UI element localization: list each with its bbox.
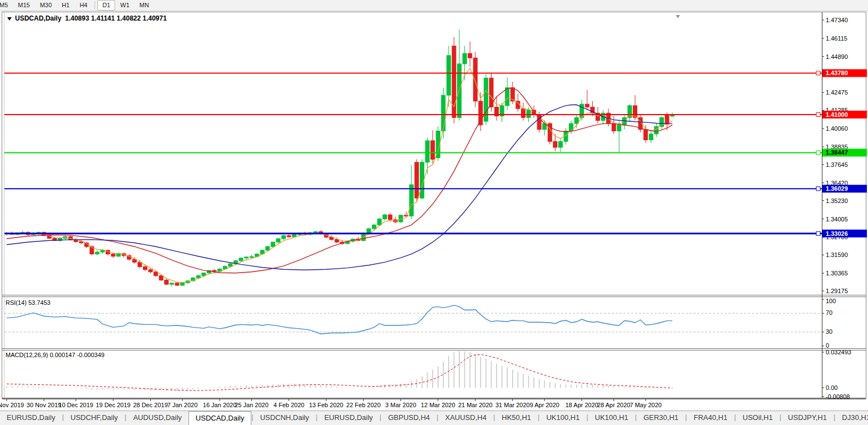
svg-text:7 May 2020: 7 May 2020 <box>629 402 661 408</box>
svg-text:70: 70 <box>826 309 832 316</box>
macd-indicator-label: MACD(12,26,9) 0.000147 -0.000349 <box>6 352 105 358</box>
chart-tab-usdjpy-h1[interactable]: USDJPY,H1 <box>781 411 834 425</box>
svg-text:31 Mar 2020: 31 Mar 2020 <box>495 402 530 408</box>
svg-text:1.40060: 1.40060 <box>826 125 848 132</box>
svg-text:22 Feb 2020: 22 Feb 2020 <box>346 402 381 408</box>
chart-tab-usdcnh-daily[interactable]: USDCNH,Daily <box>254 411 316 425</box>
chart-tab-fra40-h1[interactable]: FRA40,H1 <box>687 411 734 425</box>
chart-title-text: USDCAD,Daily 1.40893 1.41141 1.40822 1.4… <box>15 14 167 22</box>
chart-tab-usoil-h1[interactable]: USOil,H1 <box>736 411 780 425</box>
chart-tab-dj30-h1[interactable]: DJ30,H1 <box>835 411 868 425</box>
svg-text:1.30365: 1.30365 <box>826 270 848 276</box>
date-axis: 21 Nov 201930 Nov 201910 Dec 201919 Dec … <box>0 399 662 408</box>
svg-text:1.44890: 1.44890 <box>826 53 848 60</box>
chart-title: USDCAD,Daily 1.40893 1.41141 1.40822 1.4… <box>7 14 167 22</box>
svg-text:28 Apr 2020: 28 Apr 2020 <box>597 402 630 408</box>
svg-text:1.47340: 1.47340 <box>826 17 848 23</box>
chart-tab-gbpusd-h4[interactable]: GBPUSD,H4 <box>381 411 437 425</box>
chart-tab-uk100-h1[interactable]: UK100,H1 <box>539 411 586 425</box>
chart-tab-ger30-h1[interactable]: GER30,H1 <box>637 411 685 425</box>
svg-text:7 Jan 2020: 7 Jan 2020 <box>167 402 197 408</box>
chart-tab-audusd-daily[interactable]: AUDUSD,Daily <box>126 411 188 425</box>
svg-text:18 Apr 2020: 18 Apr 2020 <box>566 402 598 408</box>
svg-text:21 Mar 2020: 21 Mar 2020 <box>458 402 493 408</box>
svg-text:1.31590: 1.31590 <box>826 251 848 258</box>
chart-tab-bar: EURUSD,Daily|USDCHF,Daily|AUDUSD,DailyUS… <box>0 411 868 425</box>
svg-text:100: 100 <box>826 298 836 304</box>
svg-text:30 Nov 2019: 30 Nov 2019 <box>27 402 61 408</box>
svg-text:-0.00808: -0.00808 <box>826 393 850 400</box>
chart-tab-usdchf-daily[interactable]: USDCHF,Daily <box>64 411 125 425</box>
svg-text:1.46115: 1.46115 <box>826 35 847 42</box>
svg-text:1.41000: 1.41000 <box>826 111 848 118</box>
chart-tab-hk50-h1[interactable]: HK50,H1 <box>495 411 538 425</box>
svg-text:1.42475: 1.42475 <box>826 89 848 96</box>
svg-text:30: 30 <box>826 328 832 335</box>
svg-text:1.36029: 1.36029 <box>826 185 848 192</box>
mt4-window: { "toolbar": { "timeframes": ["M5","M15"… <box>0 0 868 425</box>
rsi-indicator-label: RSI(14) 53.7453 <box>6 299 51 306</box>
svg-text:1.38447: 1.38447 <box>826 149 848 156</box>
svg-text:0: 0 <box>826 342 829 349</box>
chart-menu-arrow-icon <box>7 17 12 21</box>
svg-text:1.34005: 1.34005 <box>826 216 848 223</box>
svg-text:28 Dec 2019: 28 Dec 2019 <box>133 402 167 408</box>
svg-text:21 Nov 2019: 21 Nov 2019 <box>0 402 24 408</box>
chart-tab-uk100-h1[interactable]: UK100,H1 <box>588 411 635 425</box>
chart-canvas[interactable]: 1.473401.461151.448901.424751.412851.400… <box>0 0 868 412</box>
svg-text:25 Jan 2020: 25 Jan 2020 <box>235 402 269 408</box>
chart-tab-eurusd-daily[interactable]: EURUSD,Daily <box>0 411 62 425</box>
svg-text:10 Dec 2019: 10 Dec 2019 <box>58 402 93 408</box>
svg-text:9 Apr 2020: 9 Apr 2020 <box>530 402 559 408</box>
svg-text:1.37645: 1.37645 <box>826 161 848 168</box>
svg-text:12 Mar 2020: 12 Mar 2020 <box>421 402 455 408</box>
svg-text:0.00: 0.00 <box>826 384 837 391</box>
svg-text:1.29175: 1.29175 <box>826 288 848 294</box>
svg-text:19 Dec 2019: 19 Dec 2019 <box>96 402 130 408</box>
chart-tab-xauusd-h4[interactable]: XAUUSD,H4 <box>438 411 493 425</box>
svg-text:16 Jan 2020: 16 Jan 2020 <box>203 402 237 408</box>
svg-text:3 Mar 2020: 3 Mar 2020 <box>385 402 416 408</box>
svg-text:1.33026: 1.33026 <box>826 230 848 237</box>
svg-text:0.032493: 0.032493 <box>826 349 851 355</box>
chart-tab-usdcad-daily[interactable]: USDCAD,Daily <box>189 411 251 425</box>
svg-text:1.43780: 1.43780 <box>826 70 848 76</box>
svg-text:4 Feb 2020: 4 Feb 2020 <box>274 402 305 408</box>
chart-tab-eurusd-daily[interactable]: EURUSD,Daily <box>318 411 379 425</box>
svg-text:1.35230: 1.35230 <box>826 197 848 204</box>
svg-text:13 Feb 2020: 13 Feb 2020 <box>309 402 344 408</box>
